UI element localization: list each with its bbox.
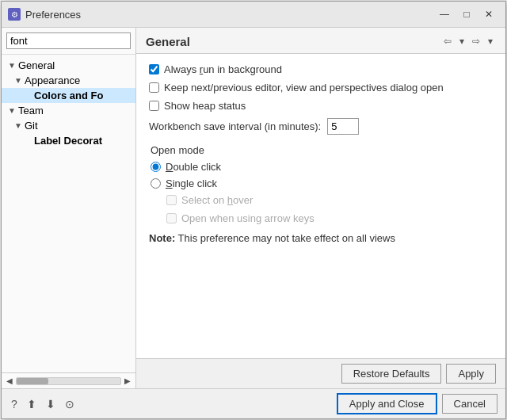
tree-area: ▼ General ▼ Appearance Colors and Fo ▼ T… xyxy=(2,55,135,372)
tree-item-general[interactable]: ▼ General xyxy=(2,58,135,73)
single-click-row: Single click xyxy=(151,178,493,189)
tree-item-colors-fo[interactable]: Colors and Fo xyxy=(2,88,135,103)
double-click-label: Double click xyxy=(166,161,221,173)
always-run-label: Always run in background xyxy=(164,63,282,75)
right-content: Always run in background Keep next/previ… xyxy=(136,54,505,358)
arrow-appearance: ▼ xyxy=(14,76,22,85)
sub-options: Select on hover Open when using arrow ke… xyxy=(166,194,493,224)
very-bottom-bar: ? ⬆ ⬇ ⊙ Apply and Close Cancel xyxy=(2,388,505,418)
import-icon-button[interactable]: ⬇ xyxy=(44,396,57,412)
right-header: General ⇦ ▾ ⇨ ▾ xyxy=(136,28,505,54)
tree-item-git[interactable]: ▼ Git xyxy=(2,118,135,133)
title-bar: ⚙ Preferences — □ ✕ xyxy=(2,2,505,28)
nav-back-button[interactable]: ⇦ xyxy=(440,34,455,48)
scrollbar-track[interactable] xyxy=(16,377,121,385)
bottom-bar: Restore Defaults Apply xyxy=(136,358,505,388)
arrow-label-decorat xyxy=(24,136,32,145)
keep-next-prev-row: Keep next/previous editor, view and pers… xyxy=(149,82,493,94)
double-click-row: Double click xyxy=(151,161,493,173)
preferences-window: ⚙ Preferences — □ ✕ ✕ ▼ General xyxy=(1,1,506,419)
tree-label-git: Git xyxy=(25,120,38,132)
scroll-right-icon[interactable]: ▶ xyxy=(124,376,131,385)
help-icon-button[interactable]: ? xyxy=(10,396,19,412)
tree-item-label-decorat[interactable]: Label Decorat xyxy=(2,133,135,148)
open-arrow-keys-checkbox[interactable] xyxy=(166,213,177,223)
tree-label-colors-fo: Colors and Fo xyxy=(34,90,103,101)
title-bar-left: ⚙ Preferences xyxy=(8,8,81,21)
content-area: ✕ ▼ General ▼ Appearance Colors and Fo xyxy=(2,28,505,388)
left-panel: ✕ ▼ General ▼ Appearance Colors and Fo xyxy=(2,28,136,388)
search-wrapper: ✕ xyxy=(6,32,131,49)
tree-label-appearance: Appearance xyxy=(25,74,80,86)
left-scrollbar: ◀ ▶ xyxy=(2,372,135,388)
close-button[interactable]: ✕ xyxy=(478,6,499,22)
note-row: Note: This preference may not take effec… xyxy=(149,232,493,244)
window-title: Preferences xyxy=(25,9,81,21)
nav-dropdown-button[interactable]: ▾ xyxy=(456,34,467,48)
nav-forward-button[interactable]: ⇨ xyxy=(469,34,483,48)
bottom-right-buttons: Apply and Close Cancel xyxy=(337,393,497,414)
note-bold: Note: xyxy=(149,232,175,244)
show-heap-checkbox[interactable] xyxy=(149,101,159,111)
tree-item-appearance[interactable]: ▼ Appearance xyxy=(2,73,135,88)
select-on-hover-checkbox[interactable] xyxy=(166,195,177,205)
arrow-team: ▼ xyxy=(8,106,16,115)
restore-defaults-button[interactable]: Restore Defaults xyxy=(341,364,442,384)
scroll-left-icon[interactable]: ◀ xyxy=(6,376,13,385)
arrow-git: ▼ xyxy=(14,121,22,130)
apply-and-close-button[interactable]: Apply and Close xyxy=(337,393,437,414)
workbench-row: Workbench save interval (in minutes): xyxy=(149,118,493,135)
tree-item-team[interactable]: ▼ Team xyxy=(2,103,135,118)
right-panel-title: General xyxy=(146,35,190,48)
select-on-hover-label: Select on hover xyxy=(181,194,253,206)
tree-label-label-decorat: Label Decorat xyxy=(34,135,102,147)
tree-label-team: Team xyxy=(18,105,44,116)
always-run-checkbox[interactable] xyxy=(149,64,159,74)
show-heap-label: Show heap status xyxy=(164,100,246,112)
minimize-button[interactable]: — xyxy=(434,6,455,22)
always-run-row: Always run in background xyxy=(149,63,493,75)
open-arrow-keys-label: Open when using arrow keys xyxy=(181,212,314,224)
arrow-colors-fo xyxy=(24,91,32,100)
nav-arrows: ⇦ ▾ ⇨ ▾ xyxy=(440,34,496,48)
note-text: This preference may not take effect on a… xyxy=(178,232,395,244)
right-panel: General ⇦ ▾ ⇨ ▾ Always run in background xyxy=(136,28,505,388)
double-click-radio[interactable] xyxy=(151,162,161,172)
select-on-hover-row: Select on hover xyxy=(166,194,493,206)
maximize-button[interactable]: □ xyxy=(456,6,477,22)
cancel-button[interactable]: Cancel xyxy=(442,394,497,414)
arrow-general: ▼ xyxy=(8,61,16,70)
search-input[interactable] xyxy=(10,35,136,47)
open-arrow-keys-row: Open when using arrow keys xyxy=(166,212,493,224)
apply-button[interactable]: Apply xyxy=(446,364,496,384)
nav-fwd-dropdown-button[interactable]: ▾ xyxy=(485,34,496,48)
open-mode-section: Open mode Double click Single click xyxy=(151,144,493,224)
single-click-radio[interactable] xyxy=(151,178,161,189)
keep-next-prev-checkbox[interactable] xyxy=(149,82,159,93)
workbench-label: Workbench save interval (in minutes): xyxy=(149,120,321,132)
search-box: ✕ xyxy=(2,28,135,55)
link-icon-button[interactable]: ⊙ xyxy=(63,396,76,412)
window-icon: ⚙ xyxy=(8,8,21,21)
show-heap-row: Show heap status xyxy=(149,100,493,112)
open-mode-label: Open mode xyxy=(151,144,493,156)
workbench-interval-input[interactable] xyxy=(327,118,359,135)
single-click-label: Single click xyxy=(166,178,217,189)
tree-label-general: General xyxy=(18,59,55,71)
scrollbar-thumb xyxy=(17,378,48,384)
export-icon-button[interactable]: ⬆ xyxy=(25,396,38,412)
keep-next-prev-label: Keep next/previous editor, view and pers… xyxy=(164,82,444,94)
title-controls: — □ ✕ xyxy=(434,6,499,22)
